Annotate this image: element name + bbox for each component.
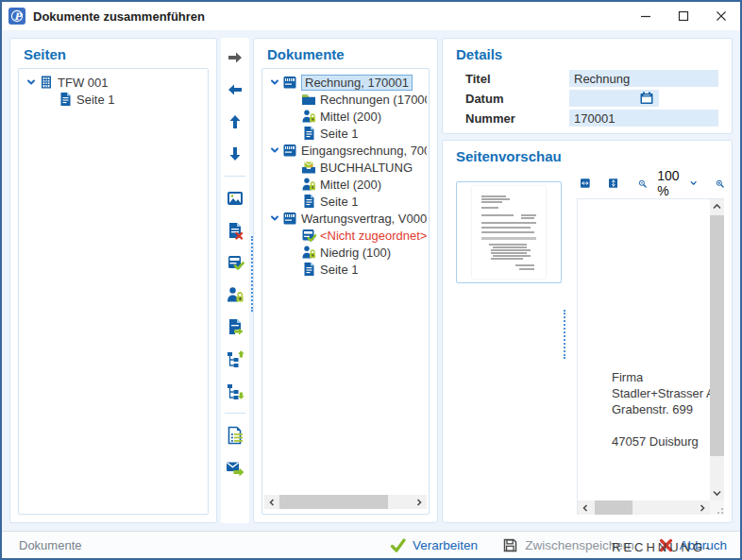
nummer-label: Nummer (465, 111, 569, 126)
send-document-button[interactable] (223, 455, 247, 480)
titel-field[interactable]: Rechnung (569, 70, 718, 87)
tree-row-label-selected: Rechnung, 170001 (301, 75, 413, 91)
client-area: Seiten TFW 001 Seite 1 (2, 30, 740, 531)
tree-row-wartungsvertrag[interactable]: Wartungsvertrag, V0001 (264, 210, 427, 227)
tree-row-seite1[interactable]: Seite 1 (21, 91, 206, 108)
move-down-button[interactable] (223, 142, 247, 166)
user-lock-icon (300, 109, 316, 124)
page-properties-button[interactable] (223, 423, 247, 448)
page-icon (300, 262, 316, 277)
tree-row-buchhaltung[interactable]: BUCHHALTUNG (264, 159, 427, 176)
tree-insert-up-button[interactable] (223, 347, 247, 371)
resize-grip[interactable] (710, 501, 724, 515)
image-button[interactable] (223, 186, 247, 211)
thumbnail-page (472, 186, 546, 279)
scroll-left-icon[interactable] (264, 495, 279, 509)
tree-row-label: BUCHHALTUNG (320, 161, 413, 175)
dokumente-panel-title: Dokumente (261, 42, 430, 68)
zoom-in-button[interactable] (716, 175, 724, 193)
tree-row-mittel[interactable]: Mittel (200) (264, 176, 427, 193)
page-check-button[interactable] (223, 250, 247, 275)
user-lock-icon (300, 177, 316, 192)
save-icon (502, 537, 518, 553)
tree-row-mittel[interactable]: Mittel (200) (264, 108, 427, 125)
scroll-down-icon[interactable] (710, 485, 724, 501)
detail-row-nummer: Nummer 170001 (465, 110, 718, 127)
details-panel: Details Titel Rechnung Datum Nummer 1700… (442, 38, 733, 134)
preview-viewport[interactable]: Firma Stadler+Strasser AG Grabenstr. 699… (577, 198, 724, 515)
panel-splitter[interactable] (251, 236, 253, 312)
tree-row-eingangsrechnung[interactable]: Eingangsrechnung, 7002 (264, 142, 427, 159)
tree-row-tfw001[interactable]: TFW 001 (21, 74, 206, 91)
toolbar-separator (225, 413, 245, 414)
seiten-panel: Seiten TFW 001 Seite 1 (9, 38, 217, 523)
register-icon (281, 211, 297, 226)
move-left-button[interactable] (223, 77, 247, 102)
tree-row-label: Seite 1 (320, 127, 358, 141)
tree-row-rechnung[interactable]: Rechnung, 170001 (264, 74, 427, 91)
tree-row-seite1[interactable]: Seite 1 (264, 193, 427, 210)
page-thumbnail[interactable] (456, 181, 562, 283)
dokumente-horizontal-scrollbar[interactable] (264, 495, 427, 509)
scrollbar-thumb[interactable] (595, 501, 632, 515)
tree-row-seite1[interactable]: Seite 1 (264, 125, 427, 142)
scroll-up-icon[interactable] (710, 199, 724, 214)
tree-row-label: Seite 1 (320, 263, 358, 277)
titlebar: P Dokumente zusammenführen (2, 2, 740, 30)
tree-row-seite1[interactable]: Seite 1 (264, 261, 427, 278)
move-right-button[interactable] (223, 45, 247, 70)
doc-line: 47057 Duisburg (612, 433, 724, 450)
preview-vertical-scrollbar[interactable] (710, 199, 724, 501)
fit-height-button[interactable] (609, 174, 618, 193)
tree-row-nicht-zugeordnet[interactable]: <Nicht zugeordnet> (264, 227, 427, 244)
calendar-icon[interactable] (639, 91, 654, 106)
preview-toolbar: 100 % (577, 170, 724, 198)
page-icon (300, 194, 316, 209)
scroll-right-icon[interactable] (695, 501, 710, 515)
scroll-right-icon[interactable] (412, 495, 427, 509)
tree-row-label: Eingangsrechnung, 7002 (301, 144, 427, 158)
preview-splitter[interactable] (564, 310, 565, 359)
tree-insert-down-button[interactable] (223, 379, 247, 403)
dokumente-tree: Rechnung, 170001 Rechnungen (170001 Mitt… (261, 68, 430, 515)
verarbeiten-button[interactable]: Verarbeiten (390, 538, 478, 552)
user-permissions-button[interactable] (223, 282, 247, 307)
inbox-mail-icon (300, 160, 316, 175)
scroll-left-icon[interactable] (578, 501, 593, 515)
doc-line: Firma (612, 369, 724, 385)
tree-row-label: TFW 001 (58, 76, 108, 90)
move-up-button[interactable] (223, 110, 247, 134)
scrollbar-thumb[interactable] (710, 215, 724, 456)
user-lock-icon (300, 245, 316, 260)
tree-row-rechnungen-folder[interactable]: Rechnungen (170001 (264, 91, 427, 108)
chevron-down-icon[interactable] (25, 77, 38, 87)
close-button[interactable] (702, 2, 740, 30)
page-delete-button[interactable] (223, 218, 247, 243)
toolbar-separator (225, 176, 245, 177)
datum-field[interactable] (569, 90, 659, 107)
tree-row-label: Mittel (200) (320, 178, 381, 192)
chevron-down-icon[interactable] (268, 77, 281, 87)
minimize-button[interactable] (627, 2, 665, 30)
maximize-button[interactable] (665, 2, 702, 30)
status-context-label: Dokumente (19, 538, 81, 552)
titel-label: Titel (465, 72, 569, 86)
register-icon (281, 75, 297, 90)
preview-horizontal-scrollbar[interactable] (578, 501, 710, 515)
chevron-down-icon[interactable] (268, 213, 281, 223)
scrollbar-thumb[interactable] (279, 495, 388, 509)
tree-row-niedrig[interactable]: Niedrig (100) (264, 244, 427, 261)
nummer-field[interactable]: 170001 (569, 110, 718, 127)
fit-width-button[interactable] (581, 174, 590, 193)
page-forward-button[interactable] (223, 314, 247, 339)
seitenvorschau-panel: Seitenvorschau (442, 140, 733, 523)
zoom-out-button[interactable] (638, 175, 647, 193)
detail-row-datum: Datum (465, 90, 718, 107)
transfer-toolbar (221, 38, 249, 523)
zoom-dropdown-chevron-icon[interactable] (690, 178, 697, 189)
chevron-down-icon[interactable] (268, 145, 281, 155)
dialog-window: P Dokumente zusammenführen Seiten TFW 00… (0, 0, 742, 560)
verarbeiten-label: Verarbeiten (413, 538, 478, 552)
tree-row-label: Wartungsvertrag, V0001 (301, 212, 427, 226)
window-title: Dokumente zusammenführen (33, 9, 205, 24)
